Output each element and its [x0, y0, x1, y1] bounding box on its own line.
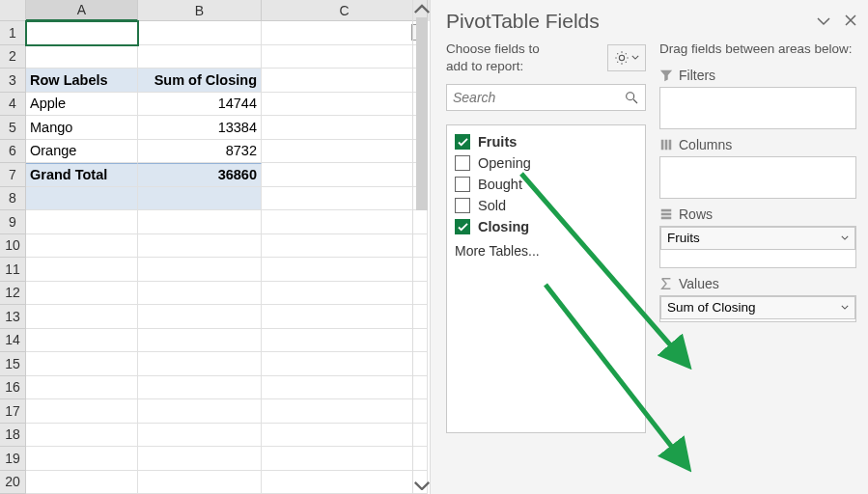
- col-header-A[interactable]: A: [26, 0, 138, 21]
- cell-C20[interactable]: [262, 471, 428, 495]
- row-header-16[interactable]: 16: [0, 376, 26, 400]
- row-header-9[interactable]: 9: [0, 210, 26, 234]
- cell-A8[interactable]: [26, 187, 138, 211]
- row-header-17[interactable]: 17: [0, 399, 26, 424]
- field-item-bought[interactable]: Bought: [449, 174, 643, 195]
- cell-C6[interactable]: [262, 140, 428, 164]
- row-header-18[interactable]: 18: [0, 424, 26, 448]
- cell-B19[interactable]: [138, 447, 262, 471]
- filters-dropzone[interactable]: [659, 87, 856, 129]
- cell-B1[interactable]: [138, 21, 262, 45]
- row-header-5[interactable]: 5: [0, 116, 26, 140]
- checkbox-unchecked-icon[interactable]: [455, 198, 470, 213]
- checkbox-checked-icon[interactable]: [455, 134, 470, 150]
- cell-B16[interactable]: [138, 376, 262, 400]
- scroll-up-arrow[interactable]: [413, 0, 431, 17]
- cell-A11[interactable]: [26, 258, 138, 282]
- row-header-4[interactable]: 4: [0, 93, 26, 117]
- cell-C4[interactable]: [262, 93, 428, 117]
- search-input[interactable]: [453, 90, 624, 105]
- cell-B18[interactable]: [138, 424, 262, 448]
- cell-A19[interactable]: [26, 447, 138, 471]
- cell-A16[interactable]: [26, 376, 138, 400]
- checkbox-checked-icon[interactable]: [455, 219, 470, 234]
- rows-pill-fruits[interactable]: Fruits: [660, 227, 855, 250]
- cell-B11[interactable]: [138, 258, 262, 282]
- cell-C19[interactable]: [262, 447, 428, 471]
- cell-A18[interactable]: [26, 424, 138, 448]
- search-input-wrap[interactable]: [446, 84, 646, 111]
- row-header-14[interactable]: 14: [0, 329, 26, 353]
- cell-B8[interactable]: [138, 187, 262, 211]
- cell-C18[interactable]: [262, 424, 428, 448]
- row-header-19[interactable]: 19: [0, 447, 26, 471]
- cell-C10[interactable]: [262, 234, 428, 259]
- cell-B3[interactable]: Sum of Closing: [138, 69, 262, 93]
- values-pill-sumclosing[interactable]: Sum of Closing: [660, 296, 855, 319]
- select-all-corner[interactable]: [0, 0, 26, 21]
- cell-A20[interactable]: [26, 471, 138, 495]
- cell-A13[interactable]: [26, 305, 138, 329]
- cell-B20[interactable]: [138, 471, 262, 495]
- row-header-2[interactable]: 2: [0, 45, 26, 69]
- cell-C13[interactable]: [262, 305, 428, 329]
- cell-C9[interactable]: [262, 210, 428, 234]
- cell-B15[interactable]: [138, 352, 262, 376]
- cell-B4[interactable]: 14744: [138, 93, 262, 117]
- checkbox-unchecked-icon[interactable]: [455, 177, 470, 192]
- cell-A10[interactable]: [26, 234, 138, 259]
- cell-B2[interactable]: [138, 45, 262, 69]
- cell-C3[interactable]: [262, 69, 428, 93]
- col-header-C[interactable]: C: [262, 0, 428, 21]
- cell-A3[interactable]: Row Labels: [26, 69, 138, 93]
- row-header-6[interactable]: 6: [0, 140, 26, 164]
- rows-dropzone[interactable]: Fruits: [659, 226, 856, 268]
- row-header-15[interactable]: 15: [0, 352, 26, 376]
- row-header-3[interactable]: 3: [0, 69, 26, 93]
- cell-B14[interactable]: [138, 329, 262, 353]
- row-header-20[interactable]: 20: [0, 471, 26, 495]
- row-header-11[interactable]: 11: [0, 258, 26, 282]
- cell-B6[interactable]: 8732: [138, 140, 262, 164]
- cell-A6[interactable]: Orange: [26, 140, 138, 164]
- row-header-13[interactable]: 13: [0, 305, 26, 329]
- scroll-thumb[interactable]: [416, 17, 428, 210]
- row-header-1[interactable]: 1: [0, 21, 26, 45]
- col-header-B[interactable]: B: [138, 0, 262, 21]
- cell-C11[interactable]: [262, 258, 428, 282]
- values-dropzone[interactable]: Sum of Closing: [659, 295, 856, 322]
- cell-B5[interactable]: 13384: [138, 116, 262, 140]
- vertical-scrollbar[interactable]: [412, 0, 430, 494]
- cell-C7[interactable]: [262, 163, 428, 187]
- row-header-7[interactable]: 7: [0, 163, 26, 187]
- cell-A9[interactable]: [26, 210, 138, 234]
- cell-A12[interactable]: [26, 282, 138, 306]
- cell-B10[interactable]: [138, 234, 262, 259]
- settings-button[interactable]: [607, 44, 646, 71]
- cell-A17[interactable]: [26, 399, 138, 424]
- cell-A4[interactable]: Apple: [26, 93, 138, 117]
- cell-B17[interactable]: [138, 399, 262, 424]
- cell-C15[interactable]: [262, 352, 428, 376]
- cell-A5[interactable]: Mango: [26, 116, 138, 140]
- cell-C14[interactable]: [262, 329, 428, 353]
- cell-C1[interactable]: [262, 21, 428, 45]
- cell-A2[interactable]: [26, 45, 138, 69]
- cell-B12[interactable]: [138, 282, 262, 306]
- cell-C16[interactable]: [262, 376, 428, 400]
- cell-C8[interactable]: [262, 187, 428, 211]
- more-tables-link[interactable]: More Tables...: [449, 237, 643, 261]
- cell-C17[interactable]: [262, 399, 428, 424]
- cell-A1[interactable]: [26, 21, 138, 45]
- cell-A14[interactable]: [26, 329, 138, 353]
- columns-dropzone[interactable]: [659, 156, 856, 199]
- row-header-12[interactable]: 12: [0, 282, 26, 306]
- row-header-8[interactable]: 8: [0, 187, 26, 211]
- cell-C5[interactable]: [262, 116, 428, 140]
- close-panel-icon[interactable]: [845, 13, 856, 30]
- collapse-panel-icon[interactable]: [816, 13, 831, 30]
- cell-B13[interactable]: [138, 305, 262, 329]
- field-item-fruits[interactable]: Fruits: [449, 131, 643, 152]
- checkbox-unchecked-icon[interactable]: [455, 155, 470, 171]
- cell-A7[interactable]: Grand Total: [26, 163, 138, 187]
